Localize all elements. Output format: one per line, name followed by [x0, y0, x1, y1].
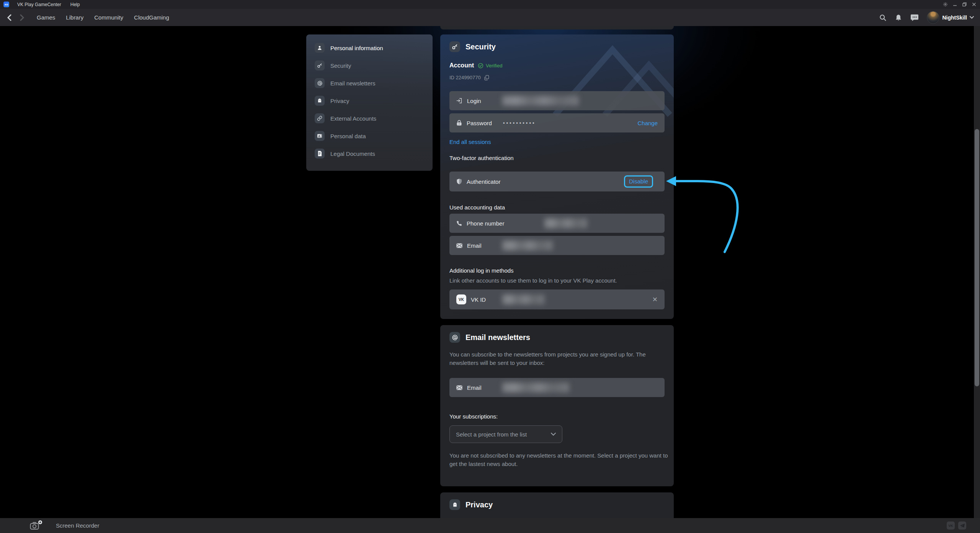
sidebar-item-privacy[interactable]: Privacy	[306, 92, 433, 110]
unlink-vk-id-close-icon[interactable]: ✕	[652, 296, 658, 304]
at-icon	[449, 332, 460, 343]
login-value-blurred	[502, 96, 579, 106]
telegram-icon[interactable]	[958, 522, 966, 530]
restore-button[interactable]	[961, 2, 967, 8]
screen-recorder-camera-icon	[30, 522, 41, 530]
vk-id-label: VK ID	[471, 296, 486, 303]
search-icon[interactable]	[879, 14, 887, 21]
minimize-button[interactable]	[952, 2, 958, 8]
scrollbar-track[interactable]	[974, 26, 980, 518]
previous-card-bottom-edge	[440, 26, 674, 29]
vk-id-row: VK VK ID ✕	[449, 289, 665, 309]
scrollbar-thumb[interactable]	[975, 129, 979, 386]
nav-tab-library[interactable]: Library	[66, 14, 83, 21]
additional-methods-heading: Additional log in methods	[449, 267, 514, 274]
email-value-blurred	[502, 240, 553, 250]
settings-sidebar: Personal information Security Email news…	[306, 34, 433, 171]
project-select-dropdown[interactable]: Select a project from the list	[449, 425, 562, 443]
document-icon	[315, 149, 325, 159]
newsletters-description: You can subscribe to the newsletters fro…	[449, 350, 666, 367]
disable-authenticator-button[interactable]: Disable	[629, 178, 648, 185]
password-field[interactable]: Password •••••••••• Change	[449, 113, 665, 132]
main-navbar: Games Library Community CloudGaming Nigh…	[0, 9, 980, 26]
chevron-down-icon	[970, 16, 974, 19]
phone-number-field[interactable]: Phone number	[449, 214, 665, 233]
sidebar-item-security[interactable]: Security	[306, 57, 433, 74]
window-titlebar: xo VK Play GameCenter Help	[0, 0, 980, 9]
vk-play-logo-icon: xo	[3, 2, 9, 7]
used-data-heading: Used accounting data	[449, 204, 505, 211]
nav-tab-community[interactable]: Community	[94, 14, 123, 21]
user-menu[interactable]: NightSkill	[927, 11, 974, 24]
sidebar-item-external-accounts[interactable]: External Accounts	[306, 110, 433, 127]
email-label: Email	[467, 384, 482, 391]
notifications-bell-icon[interactable]	[895, 14, 902, 21]
menu-app-title[interactable]: VK Play GameCenter	[13, 0, 66, 9]
chat-icon[interactable]	[910, 14, 919, 21]
vk-social-icon[interactable]: VK	[947, 522, 955, 530]
nav-tab-games[interactable]: Games	[37, 14, 55, 21]
email-newsletters-card: Email newsletters You can subscribe to t…	[440, 325, 674, 486]
login-label: Login	[467, 98, 481, 104]
username-label: NightSkill	[942, 15, 967, 21]
security-card-title: Security	[466, 43, 496, 51]
ghost-icon	[315, 96, 325, 106]
vk-id-value-blurred	[502, 294, 544, 304]
change-password-link[interactable]: Change	[637, 120, 658, 126]
id-card-icon	[315, 131, 325, 141]
back-arrow-icon[interactable]	[5, 14, 13, 21]
nav-tab-cloudgaming[interactable]: CloudGaming	[134, 14, 169, 21]
phone-label: Phone number	[467, 220, 504, 227]
newsletters-email-value-blurred	[502, 383, 569, 392]
security-card: Security Account Verified ID 224990770 L…	[440, 34, 674, 319]
chevron-down-icon	[551, 433, 556, 436]
menu-help[interactable]: Help	[66, 0, 85, 9]
settings-gear-icon[interactable]	[942, 2, 948, 8]
lock-icon	[456, 120, 462, 126]
end-all-sessions-link[interactable]: End all sessions	[449, 139, 491, 145]
at-icon	[315, 78, 325, 88]
sidebar-item-personal-information[interactable]: Personal information	[306, 39, 433, 57]
password-label: Password	[467, 120, 492, 126]
password-mask: ••••••••••	[503, 120, 536, 126]
security-email-field[interactable]: Email	[449, 236, 665, 255]
vk-logo-icon: VK	[456, 294, 466, 304]
subscriptions-heading: Your subscriptions:	[449, 413, 498, 420]
phone-icon	[456, 221, 462, 226]
screen-recorder-button[interactable]: Screen Recorder	[30, 522, 99, 530]
verified-badge: Verified	[478, 63, 502, 69]
additional-methods-description: Link other accounts to use them to log i…	[449, 276, 666, 285]
privacy-card-title: Privacy	[466, 500, 493, 509]
sidebar-item-legal-documents[interactable]: Legal Documents	[306, 145, 433, 162]
account-label: Account	[449, 62, 474, 69]
authenticator-row: Authenticator Disable	[449, 172, 665, 191]
twofa-heading: Two-factor authentication	[449, 155, 514, 161]
screen-recorder-label: Screen Recorder	[56, 522, 99, 529]
envelope-icon	[456, 243, 462, 248]
ghost-icon	[449, 499, 460, 510]
check-circle-icon	[478, 63, 483, 69]
person-icon	[315, 43, 325, 53]
account-id: ID 224990770	[449, 75, 489, 80]
no-subscriptions-text: You are not subscribed to any newsletter…	[449, 451, 671, 468]
bottom-status-bar: Screen Recorder VK	[0, 518, 980, 533]
email-label: Email	[467, 242, 482, 249]
close-button[interactable]	[971, 2, 977, 8]
login-field[interactable]: Login	[449, 91, 665, 110]
annotation-highlight-box: Disable	[624, 175, 653, 188]
sidebar-item-personal-data[interactable]: Personal data	[306, 127, 433, 145]
avatar	[927, 11, 939, 24]
newsletters-card-title: Email newsletters	[466, 333, 530, 342]
forward-arrow-icon[interactable]	[18, 14, 26, 21]
sidebar-item-email-newsletters[interactable]: Email newsletters	[306, 74, 433, 92]
dropdown-placeholder: Select a project from the list	[456, 431, 527, 438]
copy-icon[interactable]	[484, 75, 489, 80]
shield-icon	[456, 178, 462, 185]
phone-value-blurred	[544, 218, 587, 228]
link-icon	[315, 113, 325, 123]
key-icon	[449, 41, 460, 52]
envelope-icon	[456, 385, 462, 390]
newsletters-email-field[interactable]: Email	[449, 378, 665, 397]
login-door-icon	[456, 98, 462, 104]
key-icon	[315, 60, 325, 70]
